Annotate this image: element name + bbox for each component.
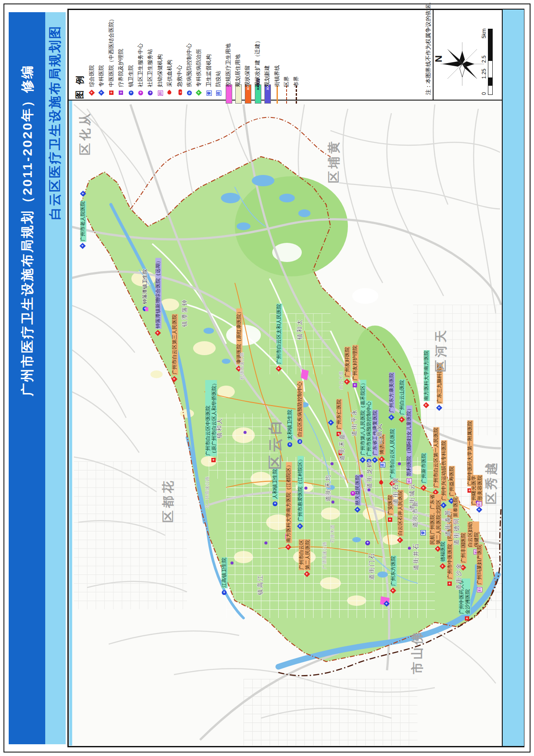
district-label: 佛山市	[411, 631, 424, 675]
label-char: 石	[413, 544, 420, 550]
legend-label: 规划居住用地	[235, 54, 241, 87]
facility-label: 广州新市医院	[421, 453, 427, 484]
label-char: 道	[455, 584, 462, 590]
facility-label: 广州东方医院	[390, 556, 397, 587]
legend-swatch-sw-rebuild: XX医院	[255, 84, 261, 104]
label-char: 城	[409, 491, 416, 497]
district-label: 白云区	[268, 419, 282, 471]
plus-glyph: +	[389, 518, 391, 522]
legend-label: 综合医院	[89, 65, 95, 87]
legend-label: 疗养院及护理院	[118, 49, 124, 87]
swatch-rect	[235, 84, 242, 104]
char-glyph: 督	[207, 91, 211, 95]
legend-label: 市界	[294, 76, 300, 87]
icon-zwsy: +	[129, 91, 134, 95]
label-char: 禾	[325, 482, 332, 488]
icon-pink	[145, 307, 148, 311]
facility-label: 广州益寿医院	[449, 466, 455, 497]
label-char: 镇	[297, 333, 304, 339]
facility-label: 广州东方康美医院	[389, 373, 395, 413]
town-label: 永平街道	[351, 409, 357, 437]
legend-label: 现状保留	[245, 65, 251, 87]
label-char: 龙	[366, 469, 373, 475]
label-char: 黄	[327, 141, 341, 154]
plus-glyph: +	[120, 91, 122, 95]
label-char: 埔	[327, 156, 341, 168]
icon-ly: +	[119, 91, 123, 95]
facility-label: 慈天益民医院	[355, 475, 361, 506]
plus-glyph: +	[299, 524, 301, 528]
facility-label: 广州市第八人民医院（嘉禾院区）	[360, 380, 366, 457]
icon-zy: +	[465, 616, 469, 621]
plus-glyph: +	[223, 591, 225, 595]
facility-label: 广州市白云区第三人民医院	[172, 314, 178, 375]
label-char: 越	[484, 463, 499, 475]
label-char: 天	[434, 330, 448, 343]
plus-glyph: +	[356, 507, 358, 511]
char-glyph: 督	[421, 531, 425, 534]
facility-label: 广州友好护理院	[352, 346, 358, 382]
plus-glyph: +	[422, 486, 424, 490]
legend-label: 规划新建	[264, 65, 270, 87]
plus-glyph: +	[450, 499, 452, 503]
district-label: 越秀区	[485, 461, 497, 506]
town-label: 景泰街道	[445, 509, 451, 537]
town-label: 同德街道	[454, 518, 460, 546]
icon-zy: +	[447, 581, 452, 586]
icon-fy: 妇	[477, 587, 482, 592]
char-glyph: 妇	[477, 502, 481, 506]
legend-label: 专科医院	[99, 65, 105, 87]
label-char: 和	[297, 326, 304, 333]
plus-glyph: +	[448, 582, 451, 586]
icon-ds: 督	[421, 530, 426, 535]
plus-glyph: +	[380, 457, 383, 461]
scale-tick-label: 1.25	[481, 69, 487, 79]
road-label: 机场高速公路	[239, 352, 244, 380]
facility-label: 民航广州医院、广东省 第二人民医院北院区	[430, 494, 441, 545]
town-label: 鹤龙街道	[367, 461, 373, 489]
icon-jk: S	[297, 439, 302, 444]
plus-glyph: +	[149, 91, 151, 95]
plus-glyph: +	[289, 443, 291, 447]
label-char: 太	[297, 319, 304, 326]
label-char: 禾	[339, 441, 346, 447]
facility-label: 广州市老人院医院	[80, 201, 86, 242]
label-char: 市	[412, 508, 419, 514]
label-char: 道	[453, 539, 460, 545]
icon-zy: +	[109, 91, 113, 95]
legend-title: 图 例	[75, 74, 85, 99]
label-char: 云	[267, 438, 284, 452]
plus-glyph: +	[441, 564, 444, 568]
road-label: 广清高速公路	[322, 541, 327, 569]
town-label: 均禾街道	[325, 474, 331, 502]
icon-dot	[398, 462, 401, 465]
scale-tick-label: 5km	[481, 28, 487, 38]
icon-dot	[360, 474, 363, 477]
district-label: 从化区	[79, 112, 91, 157]
char-glyph: 疫	[217, 91, 220, 95]
plus-glyph: +	[179, 91, 182, 93]
label-char: 道	[339, 455, 346, 461]
icon-sqzx: +	[138, 91, 143, 95]
town-label: 石井街道	[413, 543, 419, 571]
label-char: 钟	[181, 300, 188, 306]
plus-glyph: +	[90, 91, 93, 94]
label-char: 街	[444, 524, 451, 530]
plus-glyph: +	[287, 545, 289, 549]
plus-glyph: +	[82, 192, 84, 195]
plus-glyph: +	[198, 91, 200, 94]
label-char: 黄	[392, 477, 399, 484]
icon-jj: +	[178, 90, 182, 95]
label-char: 人	[216, 418, 223, 424]
label-char: 德	[453, 525, 460, 531]
scale-bar	[488, 29, 493, 95]
label-char: 道	[368, 574, 375, 580]
legend-label: 防疫站	[215, 71, 222, 87]
plus-glyph: +	[130, 91, 132, 95]
map-frame	[67, 9, 524, 747]
town-label: 凤凰山	[377, 423, 383, 444]
town-label: 人和镇	[217, 418, 223, 439]
label-char: 均	[325, 475, 332, 481]
plus-glyph: +	[346, 380, 348, 383]
label-char: 云	[409, 484, 416, 490]
